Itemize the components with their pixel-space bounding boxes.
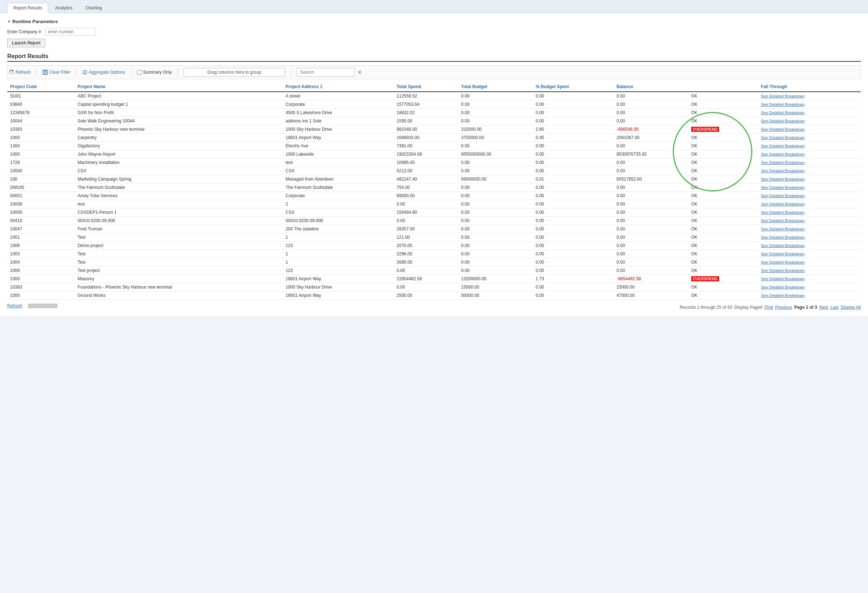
- see-breakdown-link[interactable]: See Detailed Breakdown: [761, 227, 805, 231]
- cell-status: OK: [688, 217, 758, 225]
- see-breakdown-link[interactable]: See Detailed Breakdown: [761, 127, 805, 131]
- cell-link[interactable]: See Detailed Breakdown: [758, 92, 861, 100]
- cell-link[interactable]: See Detailed Breakdown: [758, 275, 861, 283]
- summary-only-check[interactable]: [137, 70, 142, 75]
- table-row: 10000 CSXDEP1-Person 1 CSX 150494.80 0.0…: [7, 208, 861, 217]
- see-breakdown-link[interactable]: See Detailed Breakdown: [761, 243, 805, 248]
- col-header-address: Project Address 1: [283, 82, 394, 92]
- cell-link[interactable]: See Detailed Breakdown: [758, 167, 861, 175]
- cell-address: 1: [283, 233, 394, 241]
- see-breakdown-link[interactable]: See Detailed Breakdown: [761, 177, 805, 181]
- refresh-button[interactable]: Refresh: [9, 70, 31, 75]
- see-breakdown-link[interactable]: See Detailed Breakdown: [761, 202, 805, 206]
- see-breakdown-link[interactable]: See Detailed Breakdown: [761, 268, 805, 273]
- cell-link[interactable]: See Detailed Breakdown: [758, 241, 861, 250]
- see-breakdown-link[interactable]: See Detailed Breakdown: [761, 252, 805, 256]
- cell-address: A street: [283, 92, 394, 100]
- see-breakdown-link[interactable]: See Detailed Breakdown: [761, 210, 805, 215]
- refresh-icon: [9, 70, 14, 75]
- pagination-next[interactable]: Next: [819, 305, 828, 310]
- cell-link[interactable]: See Detailed Breakdown: [758, 208, 861, 217]
- cell-link[interactable]: See Detailed Breakdown: [758, 200, 861, 208]
- bottom-refresh-link[interactable]: Refresh: [7, 303, 22, 308]
- cell-link[interactable]: See Detailed Breakdown: [758, 184, 861, 192]
- see-breakdown-link[interactable]: See Detailed Breakdown: [761, 194, 805, 198]
- cell-link[interactable]: See Detailed Breakdown: [758, 117, 861, 125]
- cell-address: Corporate: [283, 192, 394, 200]
- cell-link[interactable]: See Detailed Breakdown: [758, 125, 861, 134]
- horizontal-scrollbar[interactable]: [28, 304, 57, 308]
- cell-link[interactable]: See Detailed Breakdown: [758, 159, 861, 167]
- cell-project-name: Gigafactory: [75, 142, 283, 150]
- cell-link[interactable]: See Detailed Breakdown: [758, 134, 861, 142]
- see-breakdown-link[interactable]: See Detailed Breakdown: [761, 260, 805, 264]
- see-breakdown-link[interactable]: See Detailed Breakdown: [761, 285, 805, 289]
- table-row: 100 Marketing Campaign Spring Managed fr…: [7, 175, 861, 184]
- search-input[interactable]: [297, 68, 355, 77]
- pagination-controls: Records 1 through 25 of 63 Display Paged…: [680, 305, 861, 310]
- pagination-display-all[interactable]: Display All: [841, 305, 861, 310]
- cell-pct-budget: 0.00: [533, 100, 614, 109]
- pagination-first[interactable]: First: [765, 305, 773, 310]
- cell-link[interactable]: See Detailed Breakdown: [758, 225, 861, 233]
- company-input[interactable]: [45, 28, 96, 36]
- cell-project-code: 1000: [7, 134, 75, 142]
- cell-address: Managed from Aberdeen: [283, 175, 394, 184]
- table-row: 1006 Demo project 123 2070.00 0.00 0.00 …: [7, 241, 861, 250]
- table-row: 10044 Sole Walk Engineering 10044 addres…: [7, 117, 861, 125]
- see-breakdown-link[interactable]: See Detailed Breakdown: [761, 293, 805, 297]
- cell-link[interactable]: See Detailed Breakdown: [758, 283, 861, 291]
- cell-status: OK: [688, 192, 758, 200]
- launch-report-button[interactable]: Launch Report: [7, 39, 45, 47]
- cell-link[interactable]: See Detailed Breakdown: [758, 266, 861, 275]
- cell-project-code: 12345678: [7, 109, 75, 117]
- pagination-last[interactable]: Last: [830, 305, 839, 310]
- cell-total-spend: 19023264.08: [394, 150, 458, 159]
- cell-link[interactable]: See Detailed Breakdown: [758, 192, 861, 200]
- clear-filter-button[interactable]: Clear Filter: [43, 70, 71, 75]
- cell-total-spend: 1577053.64: [394, 100, 458, 109]
- see-breakdown-link[interactable]: See Detailed Breakdown: [761, 102, 805, 106]
- cell-link[interactable]: See Detailed Breakdown: [758, 109, 861, 117]
- col-header-pct-budget: % Budget Spent: [533, 82, 614, 92]
- cell-link[interactable]: See Detailed Breakdown: [758, 233, 861, 241]
- see-breakdown-link[interactable]: See Detailed Breakdown: [761, 235, 805, 240]
- see-breakdown-link[interactable]: See Detailed Breakdown: [761, 185, 805, 190]
- clear-search-button[interactable]: ✕: [357, 69, 362, 75]
- table-row: 1728 Machinery Installation test 10995.0…: [7, 159, 861, 167]
- cell-project-name: Marketing Campaign Spring: [75, 175, 283, 184]
- tab-report-results[interactable]: Report Results: [7, 3, 48, 13]
- cell-link[interactable]: See Detailed Breakdown: [758, 250, 861, 258]
- cell-link[interactable]: See Detailed Breakdown: [758, 150, 861, 159]
- cell-link[interactable]: See Detailed Breakdown: [758, 291, 861, 300]
- see-breakdown-link[interactable]: See Detailed Breakdown: [761, 94, 805, 98]
- see-breakdown-link[interactable]: See Detailed Breakdown: [761, 277, 805, 281]
- see-breakdown-link[interactable]: See Detailed Breakdown: [761, 152, 805, 156]
- see-breakdown-link[interactable]: See Detailed Breakdown: [761, 160, 805, 165]
- table-row: 1001 Test 1 121.00 0.00 0.00 0.00 OK See…: [7, 233, 861, 241]
- tab-analytics[interactable]: Analytics: [49, 3, 78, 13]
- cell-pct-budget: 0.05: [533, 291, 614, 300]
- pagination-display-paged[interactable]: Display Paged: [735, 305, 762, 310]
- aggregate-options-button[interactable]: Σ Aggregate Options: [83, 70, 125, 75]
- col-header-status: [688, 82, 758, 92]
- cell-link[interactable]: See Detailed Breakdown: [758, 175, 861, 184]
- see-breakdown-link[interactable]: See Detailed Breakdown: [761, 110, 805, 115]
- cell-link[interactable]: See Detailed Breakdown: [758, 100, 861, 109]
- tab-charting[interactable]: Charting: [79, 3, 108, 13]
- cell-total-spend: 0.00: [394, 217, 458, 225]
- see-breakdown-link[interactable]: See Detailed Breakdown: [761, 144, 805, 148]
- see-breakdown-link[interactable]: See Detailed Breakdown: [761, 218, 805, 223]
- pagination-previous[interactable]: Previous: [775, 305, 792, 310]
- see-breakdown-link[interactable]: See Detailed Breakdown: [761, 169, 805, 173]
- cell-link[interactable]: See Detailed Breakdown: [758, 142, 861, 150]
- pagination-info: Records 1 through 25 of 63: [680, 305, 732, 310]
- cell-link[interactable]: See Detailed Breakdown: [758, 217, 861, 225]
- see-breakdown-link[interactable]: See Detailed Breakdown: [761, 119, 805, 123]
- see-breakdown-link[interactable]: See Detailed Breakdown: [761, 135, 805, 140]
- cell-pct-budget: 0.00: [533, 117, 614, 125]
- cell-status: OVERSPEND: [688, 275, 758, 283]
- summary-only-checkbox[interactable]: Summary Only: [137, 70, 172, 75]
- table-row: 10000 CSX CSX 5212.00 0.00 0.00 0.00 OK …: [7, 167, 861, 175]
- cell-link[interactable]: See Detailed Breakdown: [758, 258, 861, 266]
